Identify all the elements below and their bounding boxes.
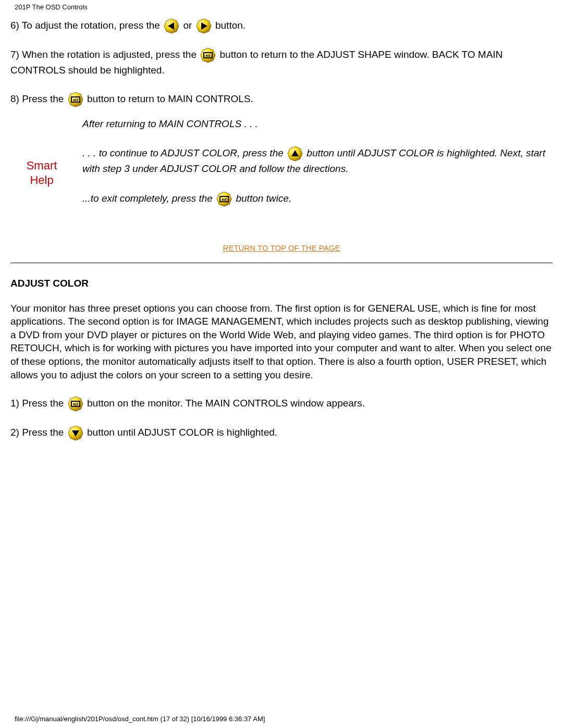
smart-help-block: Smart Help After returning to MAIN CONTR… [10, 117, 553, 221]
step-7-text-a: 7) When the rotation is adjusted, press … [10, 49, 199, 60]
adjust-color-step-2: 2) Press the button until ADJUST COLOR i… [10, 425, 553, 441]
return-to-top-anchor[interactable]: RETURN TO TOP OF THE PAGE [223, 243, 340, 252]
smart-p3-a: ...to exit completely, press the [82, 193, 215, 204]
down-arrow-icon [68, 425, 83, 441]
ok-icon [68, 396, 83, 412]
step-6: 6) To adjust the rotation, press the or … [10, 18, 553, 34]
ac2-a: 2) Press the [10, 427, 67, 438]
smart-p2-a: . . . to continue to ADJUST COLOR, press… [82, 147, 286, 158]
adjust-color-paragraph: Your monitor has three preset options yo… [10, 302, 553, 382]
up-arrow-icon [287, 146, 303, 162]
step-6-text-b: button. [215, 20, 246, 31]
smart-p2: . . . to continue to ADJUST COLOR, press… [82, 146, 553, 177]
smart-p3: ...to exit completely, press the button … [82, 191, 553, 207]
step-8: 8) Press the button to return to MAIN CO… [10, 92, 553, 107]
step-6-or: or [183, 20, 195, 31]
main-content: 6) To adjust the rotation, press the or … [0, 11, 563, 441]
smart-label-1: Smart [27, 159, 57, 172]
left-arrow-icon [164, 18, 179, 34]
smart-label-2: Help [30, 174, 53, 187]
right-arrow-icon [196, 18, 212, 34]
ac1-b: button on the monitor. The MAIN CONTROLS… [87, 398, 365, 409]
step-7: 7) When the rotation is adjusted, press … [10, 47, 553, 78]
step-6-text-a: 6) To adjust the rotation, press the [10, 20, 163, 31]
ok-icon [216, 191, 232, 207]
smart-p3-b: button twice. [236, 193, 291, 204]
ok-icon [200, 47, 216, 63]
footer-file-path: file:///G|/manual/english/201P/osd/osd_c… [15, 715, 265, 723]
ac1-a: 1) Press the [10, 398, 67, 409]
section-divider [10, 263, 553, 263]
smart-help-label: Smart Help [10, 117, 73, 221]
step-8-text-b: button to return to MAIN CONTROLS. [87, 93, 253, 104]
step-8-text-a: 8) Press the [10, 93, 67, 104]
return-to-top-link: RETURN TO TOP OF THE PAGE [10, 242, 553, 253]
adjust-color-heading: ADJUST COLOR [10, 278, 553, 289]
page-header-title: 201P The OSD Controls [0, 0, 563, 11]
adjust-color-step-1: 1) Press the button on the monitor. The … [10, 396, 553, 412]
smart-p1: After returning to MAIN CONTROLS . . . [82, 117, 553, 132]
smart-help-content: After returning to MAIN CONTROLS . . . .… [73, 117, 553, 221]
ok-icon [68, 92, 83, 107]
ac2-b: button until ADJUST COLOR is highlighted… [87, 427, 277, 438]
